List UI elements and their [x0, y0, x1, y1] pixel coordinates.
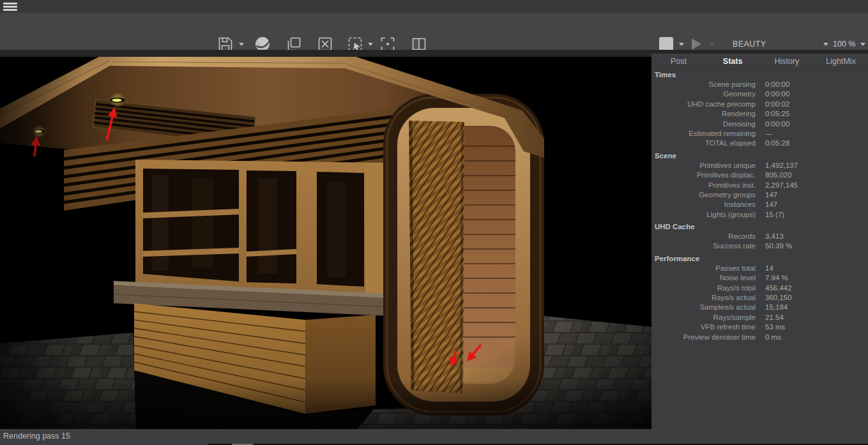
stat-label: UHD cache precomp: [651, 100, 756, 109]
menu-bar: [0, 0, 868, 13]
stats-row: Rays/sample21.54: [651, 313, 868, 322]
chevron-down-icon: [823, 43, 828, 46]
stat-value: 50.39 %: [765, 241, 792, 251]
stat-value: 147: [765, 200, 777, 209]
stat-value: 1,492,137: [765, 161, 798, 170]
hamburger-menu-icon[interactable]: [3, 3, 17, 11]
stat-label: Denoising: [651, 119, 756, 129]
stat-label: Geometry: [651, 89, 756, 99]
stats-row: Records3,413: [651, 232, 868, 241]
stats-row: TOTAL elapsed0:05:28: [651, 139, 868, 148]
stat-value: 15,184: [765, 303, 788, 312]
stats-list: TimesScene parsing0:00:00Geometry0:00:00…: [651, 70, 868, 342]
stat-value: 15 (7): [765, 210, 784, 220]
chevron-down-icon: [860, 43, 865, 46]
stat-label: Rays/s actual: [651, 293, 756, 303]
stat-label: VFB refresh time: [651, 322, 756, 332]
chevron-down-icon: [679, 43, 684, 46]
tab-history[interactable]: History: [760, 54, 814, 70]
stats-section-title: Times: [651, 70, 868, 80]
stats-row: Geometry groups147: [651, 190, 868, 200]
stat-label: Success rate: [651, 241, 756, 251]
stat-label: Primitives displac.: [651, 170, 756, 180]
stats-row: Geometry0:00:00: [651, 89, 868, 99]
stat-value: 0:00:02: [765, 100, 789, 109]
vignette-overlay: [0, 57, 83, 429]
status-bar: Rendering pass 15: [0, 429, 868, 445]
stats-row: Scene parsing0:00:00: [651, 80, 868, 89]
render-viewport[interactable]: [0, 57, 651, 429]
stat-label: Lights (groups): [651, 210, 756, 220]
stat-value: 456,442: [765, 283, 792, 293]
stats-row: Noise level7.94 %: [651, 273, 868, 283]
chevron-down-icon: [368, 43, 373, 46]
stats-row: Success rate50.39 %: [651, 241, 868, 251]
chevron-down-icon: [239, 43, 244, 46]
stat-value: 53 ms: [765, 322, 785, 332]
status-text: Rendering pass 15: [3, 432, 70, 441]
stats-row: Instances147: [651, 200, 868, 209]
vignette-overlay: [0, 57, 651, 429]
stats-row: Passes total14: [651, 264, 868, 273]
stats-row: Rendering0:05:25: [651, 109, 868, 119]
stat-value: 0:05:25: [765, 109, 789, 119]
stat-label: TOTAL elapsed: [651, 139, 756, 148]
stat-label: Rays/s total: [651, 283, 756, 293]
zoom-select[interactable]: 100 %: [833, 40, 855, 49]
stats-row: Rays/s total456,442: [651, 283, 868, 293]
stat-value: 3,413: [765, 232, 784, 241]
stat-label: Passes total: [651, 264, 756, 273]
stat-value: 14: [765, 264, 773, 273]
vignette-overlay: [0, 379, 651, 429]
stat-value: 0:00:00: [765, 89, 789, 99]
stats-row: Samples/s actual15,184: [651, 303, 868, 312]
stat-value: 0:05:28: [765, 139, 789, 148]
play-icon[interactable]: [692, 38, 701, 50]
channel-select[interactable]: BEAUTY: [733, 40, 766, 49]
stats-row: Denoising0:00:00: [651, 119, 868, 129]
stat-value: 805,020: [765, 170, 792, 180]
stat-label: Instances: [651, 200, 756, 209]
stats-section-title: Scene: [651, 151, 868, 161]
stat-value: 0 ms: [765, 333, 781, 342]
panel-tabs: Post Stats History LightMix: [651, 54, 868, 70]
stats-row: Estimated remaining---: [651, 129, 868, 139]
stat-label: Primitives unique: [651, 161, 756, 170]
stat-value: 7.94 %: [765, 273, 788, 283]
stat-label: Primitives inst.: [651, 181, 756, 190]
side-panel: Post Stats History LightMix TimesScene p…: [651, 54, 868, 429]
stat-label: Noise level: [651, 273, 756, 283]
stats-row: UHD cache precomp0:00:02: [651, 100, 868, 109]
tab-lightmix[interactable]: LightMix: [814, 54, 868, 70]
color-swatch-button[interactable]: [659, 37, 673, 51]
stat-label: Scene parsing: [651, 80, 756, 89]
tab-stats[interactable]: Stats: [706, 54, 760, 70]
stat-label: Geometry groups: [651, 190, 756, 200]
stat-value: 147: [765, 190, 777, 200]
stats-row: Primitives displac.805,020: [651, 170, 868, 180]
stat-label: Rays/sample: [651, 313, 756, 322]
stats-row: VFB refresh time53 ms: [651, 322, 868, 332]
stat-value: 0:00:00: [765, 119, 789, 129]
stat-value: 360,150: [765, 293, 792, 303]
vfb-window: BEAUTY 100 %: [0, 0, 868, 445]
stats-section-title: UHD Cache: [651, 222, 868, 232]
stat-value: 2,297,145: [765, 181, 798, 190]
stats-row: Preview denoiser time0 ms: [651, 333, 868, 342]
rendered-image: [0, 57, 651, 429]
stat-label: Records: [651, 232, 756, 241]
chevron-down-icon: [710, 43, 715, 46]
stat-label: Samples/s actual: [651, 303, 756, 312]
stats-row: Primitives unique1,492,137: [651, 161, 868, 170]
stat-label: Rendering: [651, 109, 756, 119]
stat-value: ---: [765, 129, 773, 139]
stat-label: Estimated remaining: [651, 129, 756, 139]
toolbar: BEAUTY 100 %: [0, 13, 868, 50]
stat-label: Preview denoiser time: [651, 333, 756, 342]
stats-row: Primitives inst.2,297,145: [651, 181, 868, 190]
stats-row: Rays/s actual360,150: [651, 293, 868, 303]
stats-row: Lights (groups)15 (7): [651, 210, 868, 220]
tab-post[interactable]: Post: [651, 54, 706, 70]
stat-value: 0:00:00: [765, 80, 789, 89]
stat-value: 21.54: [765, 313, 784, 322]
